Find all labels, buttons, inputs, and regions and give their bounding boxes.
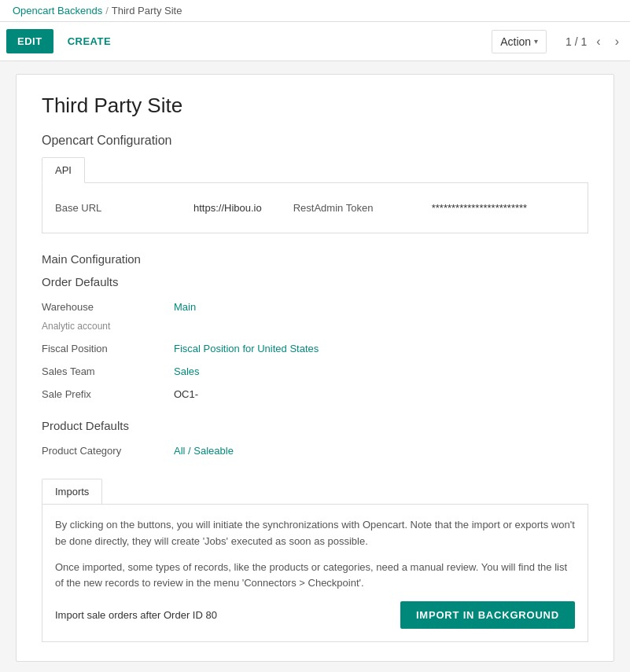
- restadmin-token-field: RestAdmin Token ************************: [293, 202, 527, 214]
- imports-text-1: By clicking on the buttons, you will ini…: [55, 517, 575, 550]
- product-defaults-title: Product Defaults: [42, 419, 588, 432]
- breadcrumb-parent-link[interactable]: Opencart Backends: [13, 5, 102, 17]
- sale-prefix-value: OC1-: [174, 385, 588, 403]
- prev-page-button[interactable]: ‹: [591, 33, 605, 50]
- pagination-text: 1 / 1: [566, 35, 587, 48]
- breadcrumb-separator: /: [105, 5, 109, 17]
- analytic-account-value: [174, 321, 588, 335]
- api-tab[interactable]: API: [42, 157, 85, 183]
- opencart-config-section-title: Opencart Configuration: [42, 134, 588, 148]
- fiscal-position-value[interactable]: Fiscal Position for United States: [174, 340, 588, 358]
- fiscal-position-label: Fiscal Position: [42, 340, 168, 358]
- edit-button[interactable]: EDIT: [6, 29, 53, 53]
- breadcrumb-current: Third Party Site: [112, 5, 182, 17]
- sales-team-value[interactable]: Sales: [174, 362, 588, 380]
- main-card: Third Party Site Opencart Configuration …: [16, 74, 614, 662]
- main-config-title: Main Configuration: [42, 252, 588, 266]
- product-defaults-section: Product Defaults Product Category All / …: [42, 419, 588, 460]
- imports-panel: By clicking on the buttons, you will ini…: [42, 505, 588, 642]
- base-url-label: Base URL: [55, 202, 181, 214]
- imports-tab[interactable]: Imports: [42, 479, 102, 504]
- sale-prefix-label: Sale Prefix: [42, 385, 168, 403]
- action-dropdown[interactable]: Action ▾: [492, 30, 547, 53]
- product-category-value[interactable]: All / Saleable: [174, 442, 588, 460]
- import-order-row: Import sale orders after Order ID 80 IMP…: [55, 601, 575, 629]
- pagination-controls: 1 / 1 ‹ ›: [566, 33, 624, 50]
- page-content: Third Party Site Opencart Configuration …: [0, 61, 630, 672]
- toolbar: EDIT CREATE Action ▾ 1 / 1 ‹ ›: [0, 22, 630, 61]
- base-url-field: Base URL https://Hibou.io: [55, 202, 262, 214]
- action-label: Action: [500, 35, 531, 48]
- sales-team-label: Sales Team: [42, 362, 168, 380]
- record-title: Third Party Site: [42, 94, 588, 118]
- product-defaults-grid: Product Category All / Saleable: [42, 442, 588, 460]
- breadcrumb: Opencart Backends / Third Party Site: [0, 0, 630, 22]
- base-url-value: https://Hibou.io: [193, 202, 262, 214]
- chevron-down-icon: ▾: [534, 37, 538, 46]
- import-background-button[interactable]: IMPORT IN BACKGROUND: [400, 601, 575, 629]
- restadmin-token-label: RestAdmin Token: [293, 202, 419, 214]
- order-defaults-title: Order Defaults: [42, 275, 588, 288]
- warehouse-label: Warehouse: [42, 298, 168, 316]
- analytic-account-label: Analytic account: [42, 321, 168, 335]
- imports-tab-header: Imports: [42, 479, 588, 505]
- main-config-section: Main Configuration: [42, 252, 588, 266]
- api-tab-container: API: [42, 157, 588, 183]
- api-tab-panel: Base URL https://Hibou.io RestAdmin Toke…: [42, 183, 588, 233]
- product-category-label: Product Category: [42, 442, 168, 460]
- restadmin-token-value: ************************: [432, 202, 527, 214]
- create-button[interactable]: CREATE: [57, 29, 122, 53]
- order-defaults-grid: Warehouse Main Analytic account Fiscal P…: [42, 298, 588, 403]
- import-order-label: Import sale orders after Order ID 80: [55, 609, 217, 621]
- warehouse-value[interactable]: Main: [174, 298, 588, 316]
- imports-tab-container: Imports By clicking on the buttons, you …: [42, 479, 588, 642]
- api-fields-row: Base URL https://Hibou.io RestAdmin Toke…: [42, 196, 588, 220]
- next-page-button[interactable]: ›: [610, 33, 624, 50]
- imports-text-2: Once imported, some types of records, li…: [55, 560, 575, 593]
